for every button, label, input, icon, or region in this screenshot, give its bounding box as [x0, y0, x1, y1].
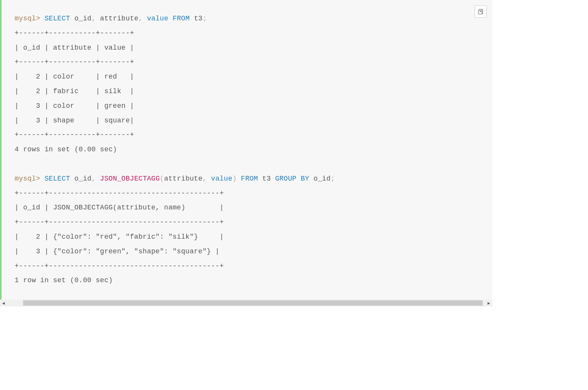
separator: +------+-----------+-------+ [15, 131, 134, 139]
scroll-right-arrow-icon[interactable]: ▶ [485, 300, 492, 306]
paren-open: ( [160, 175, 164, 182]
keyword-by: BY [301, 175, 309, 182]
code-block-container: mysql> SELECT o_id, attribute, value FRO… [0, 0, 492, 300]
clipboard-icon [477, 8, 484, 15]
table-row: | 2 | {"color": "red", "fabric": "silk"}… [15, 233, 224, 241]
table-header: | o_id | attribute | value | [15, 44, 134, 52]
arg-attribute: attribute [164, 175, 203, 182]
paren-close: ) [232, 175, 237, 182]
keyword-from: FROM [241, 175, 258, 182]
separator: +------+--------------------------------… [15, 218, 224, 226]
result-footer: 4 rows in set (0.00 sec) [15, 146, 117, 153]
semicolon: ; [203, 15, 207, 22]
sql-console-output: mysql> SELECT o_id, attribute, value FRO… [2, 0, 492, 300]
copy-button[interactable] [475, 5, 487, 18]
arg-value: value [211, 175, 233, 182]
result-footer: 1 row in set (0.00 sec) [15, 276, 113, 284]
separator: +------+-----------+-------+ [15, 58, 134, 66]
scroll-thumb[interactable] [23, 300, 483, 306]
column-attribute: attribute [100, 15, 138, 22]
column-oid: o_id [74, 15, 91, 22]
table-t3: t3 [262, 175, 271, 182]
keyword-group: GROUP [275, 175, 296, 182]
table-row: | 3 | {"color": "green", "shape": "squar… [15, 248, 220, 255]
table-t3: t3 [194, 15, 202, 22]
column-value: value [147, 15, 168, 22]
separator: +------+--------------------------------… [15, 262, 224, 270]
function-json-objectagg: JSON_OBJECTAGG [100, 175, 160, 182]
keyword-select: SELECT [45, 15, 70, 22]
mysql-prompt: mysql> [15, 15, 40, 22]
table-row: | 3 | shape | square| [15, 117, 134, 124]
table-header: | o_id | JSON_OBJECTAGG(attribute, name)… [15, 204, 224, 211]
table-row: | 2 | fabric | silk | [15, 87, 134, 95]
semicolon: ; [331, 175, 335, 182]
table-row: | 3 | color | green | [15, 102, 134, 110]
comma: , [203, 175, 207, 182]
table-row: | 2 | color | red | [15, 73, 134, 80]
separator: +------+-----------+-------+ [15, 29, 134, 37]
column-oid: o_id [74, 175, 91, 182]
comma: , [92, 175, 96, 182]
comma: , [92, 15, 96, 22]
scroll-left-arrow-icon[interactable]: ◀ [0, 300, 7, 306]
keyword-from: FROM [173, 15, 190, 22]
mysql-prompt: mysql> [15, 175, 40, 182]
separator: +------+--------------------------------… [15, 189, 224, 197]
group-col: o_id [313, 175, 330, 182]
comma: , [138, 15, 143, 22]
keyword-select: SELECT [45, 175, 70, 182]
horizontal-scrollbar[interactable]: ◀ ▶ [0, 300, 492, 306]
